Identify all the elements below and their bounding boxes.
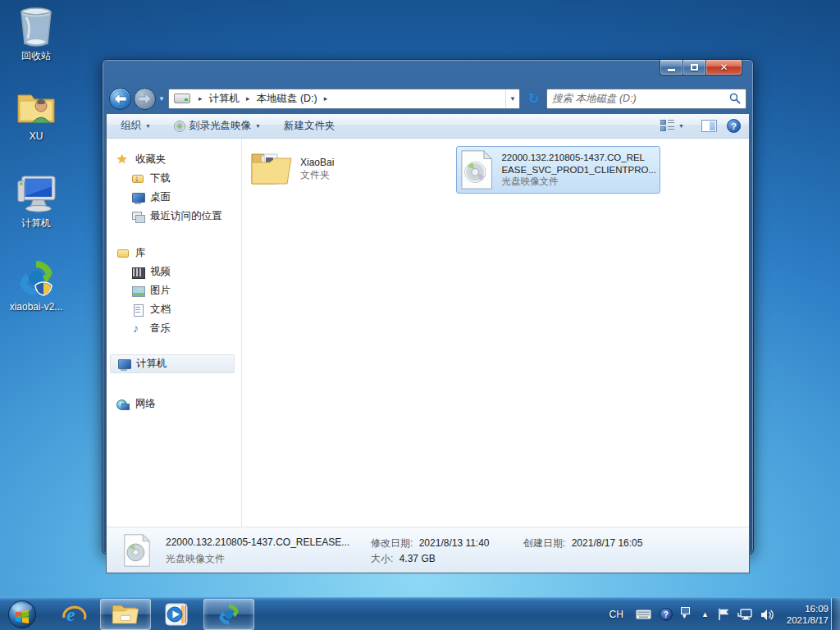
file-name-line2: EASE_SVC_PROD1_CLIENTPRO... [501, 164, 656, 176]
xiaobai-app-icon [217, 602, 241, 627]
keyboard-icon[interactable] [636, 609, 651, 619]
computer-icon [16, 174, 57, 215]
downloads-label: 下载 [150, 171, 171, 185]
libraries-label: 库 [135, 246, 146, 260]
address-dropdown-button[interactable]: ▼ [505, 89, 519, 108]
desktop-icon-xu-folder[interactable]: XU [2, 87, 71, 142]
desktop-monitor-icon [131, 191, 144, 204]
maximize-button[interactable] [683, 60, 705, 75]
action-center-flag-icon[interactable] [718, 608, 729, 621]
file-name: XiaoBai [300, 157, 334, 169]
search-input[interactable] [547, 90, 729, 107]
sidebar-item-videos[interactable]: 视频 [107, 262, 241, 281]
xiaobai-app-icon [16, 258, 57, 299]
burn-disc-image-button[interactable]: 刻录光盘映像 ▼ [168, 116, 267, 135]
tray-app-icon[interactable] [681, 607, 692, 622]
system-tray: CH ? ▲ [609, 598, 829, 630]
show-desktop-button[interactable] [831, 598, 840, 630]
libraries-icon [116, 247, 130, 260]
taskbar: e CH [0, 597, 840, 630]
desktop-icon-label: 计算机 [2, 217, 71, 229]
refresh-icon: ↻ [527, 90, 539, 107]
taskbar-media-player-button[interactable] [158, 599, 195, 630]
recent-places-icon [131, 210, 144, 223]
navigation-pane: 收藏夹 下载 桌面 最近访问的位置 库 [107, 139, 242, 527]
help-button[interactable]: ? [727, 119, 741, 133]
desktop-icon-label: 回收站 [2, 50, 71, 62]
windows-start-icon [7, 600, 37, 629]
desktop-icon-xiaobai-app[interactable]: xiaobai-v2... [2, 258, 71, 313]
file-tile-xiaobai-folder[interactable]: XiaoBai 文件夹 [247, 145, 436, 193]
new-folder-button[interactable]: 新建文件夹 [278, 116, 341, 135]
recent-pages-dropdown[interactable]: ▼ [158, 95, 165, 103]
views-icon [660, 120, 674, 132]
new-folder-label: 新建文件夹 [284, 119, 336, 133]
navigation-bar: ▼ ▸ 计算机 ▸ 本地磁盘 (D:) ▸ ▼ ↻ [103, 83, 753, 114]
taskbar-clock[interactable]: 16:09 2021/8/17 [787, 603, 829, 626]
back-button[interactable] [109, 88, 131, 110]
sidebar-item-computer[interactable]: 计算机 [110, 354, 235, 373]
show-hidden-icons-button[interactable]: ▲ [701, 610, 709, 619]
size-value: 4.37 GB [399, 553, 436, 564]
minimize-icon [668, 69, 675, 71]
minimize-button[interactable] [660, 60, 683, 75]
sidebar-item-downloads[interactable]: 下载 [107, 169, 241, 188]
desktop: { "colors": { "selection_fill": "#cde4fb… [0, 0, 840, 630]
language-indicator[interactable]: CH [609, 609, 623, 620]
created-date-label: 创建日期: [523, 537, 565, 549]
organize-label: 组织 [121, 119, 141, 133]
window-content: 组织 ▼ 刻录光盘映像 ▼ 新建文件夹 ▼ ? [106, 114, 750, 573]
tray-help-icon[interactable]: ? [660, 608, 673, 621]
taskbar-xiaobai-button[interactable] [203, 599, 254, 630]
file-type: 光盘映像文件 [501, 176, 656, 188]
desktop-icon-recycle-bin[interactable]: 回收站 [2, 7, 71, 62]
internet-explorer-icon: e [61, 601, 87, 628]
svg-text:e: e [66, 604, 75, 625]
file-tile-iso-selected[interactable]: 22000.132.210805-1437.CO_REL EASE_SVC_PR… [456, 146, 660, 194]
chevron-down-icon: ▼ [145, 123, 151, 129]
organize-button[interactable]: 组织 ▼ [115, 116, 157, 135]
taskbar-explorer-button[interactable] [100, 599, 151, 630]
network-icon [116, 398, 130, 411]
sidebar-group-libraries[interactable]: 库 [107, 244, 241, 262]
sidebar-item-desktop[interactable]: 桌面 [107, 188, 241, 207]
sidebar-item-network[interactable]: 网络 [107, 395, 241, 413]
chevron-down-icon: ▼ [678, 123, 684, 129]
explorer-window: ✕ ▼ ▸ 计算机 ▸ 本地磁盘 (D:) ▸ ▼ ↻ [102, 59, 754, 555]
volume-icon[interactable] [760, 609, 774, 621]
preview-pane-button[interactable] [701, 120, 717, 132]
explorer-folder-icon [112, 603, 139, 626]
sidebar-item-music[interactable]: 音乐 [107, 319, 241, 338]
favorites-label: 收藏夹 [135, 153, 167, 167]
videos-icon [131, 266, 144, 279]
caption-buttons: ✕ [660, 60, 742, 75]
sidebar-item-documents[interactable]: 文档 [107, 300, 241, 319]
change-view-button[interactable]: ▼ [655, 117, 690, 135]
folder-icon [251, 151, 292, 187]
taskbar-ie-button[interactable]: e [56, 599, 92, 630]
network-label: 网络 [135, 397, 156, 411]
sidebar-item-recent-places[interactable]: 最近访问的位置 [107, 207, 241, 226]
burn-label: 刻录光盘映像 [189, 119, 251, 133]
search-icon[interactable] [729, 93, 741, 104]
forward-arrow-icon [139, 94, 151, 104]
breadcrumb-local-disk-d[interactable]: 本地磁盘 (D:) [254, 92, 318, 106]
refresh-button[interactable]: ↻ [523, 89, 544, 109]
breadcrumb-separator-icon: ▸ [319, 94, 333, 103]
modified-date-value: 2021/8/13 11:40 [419, 537, 490, 549]
sidebar-item-pictures[interactable]: 图片 [107, 281, 241, 300]
title-bar[interactable]: ✕ [103, 60, 753, 83]
desktop-icon-computer[interactable]: 计算机 [2, 174, 71, 229]
music-icon [131, 322, 144, 336]
forward-button[interactable] [134, 88, 156, 110]
details-file-type: 光盘映像文件 [166, 552, 225, 566]
network-icon[interactable] [737, 608, 752, 621]
breadcrumb-computer[interactable]: 计算机 [207, 92, 241, 106]
sidebar-group-favorites[interactable]: 收藏夹 [107, 150, 241, 169]
close-icon: ✕ [719, 62, 728, 73]
file-list[interactable]: XiaoBai 文件夹 22000.132. [242, 139, 749, 527]
start-button[interactable] [2, 599, 43, 630]
address-bar[interactable]: ▸ 计算机 ▸ 本地磁盘 (D:) ▸ ▼ [168, 89, 520, 109]
drive-icon [174, 94, 190, 103]
close-button[interactable]: ✕ [705, 60, 742, 75]
